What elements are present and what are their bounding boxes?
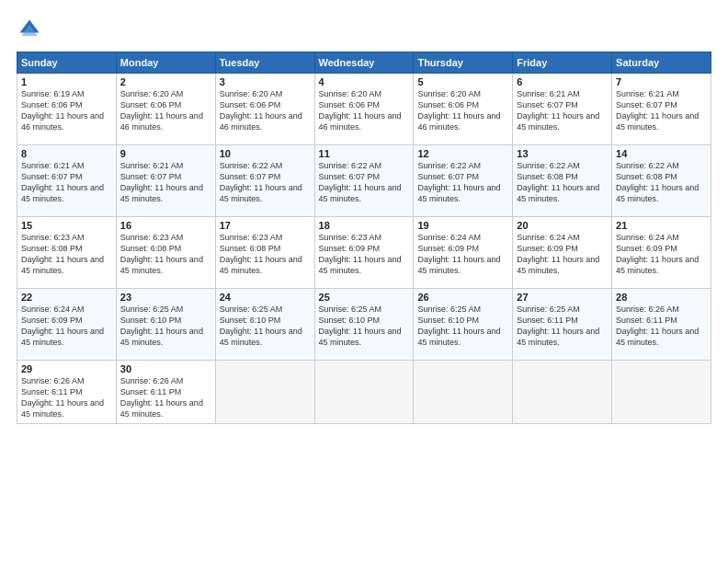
day-info: Sunrise: 6:24 AMSunset: 6:09 PMDaylight:… <box>616 233 699 275</box>
day-number: 22 <box>21 292 112 303</box>
day-number: 14 <box>616 148 707 159</box>
calendar-cell: 2 Sunrise: 6:20 AMSunset: 6:06 PMDayligh… <box>116 74 215 145</box>
calendar-week-1: 1 Sunrise: 6:19 AMSunset: 6:06 PMDayligh… <box>17 74 711 145</box>
calendar-week-4: 22 Sunrise: 6:24 AMSunset: 6:09 PMDaylig… <box>17 289 711 361</box>
day-number: 16 <box>120 220 211 231</box>
day-number: 7 <box>616 76 707 87</box>
day-number: 13 <box>517 148 608 159</box>
calendar-cell: 15 Sunrise: 6:23 AMSunset: 6:08 PMDaylig… <box>17 217 117 289</box>
calendar-cell: 9 Sunrise: 6:21 AMSunset: 6:07 PMDayligh… <box>116 145 215 217</box>
logo-icon <box>17 17 42 42</box>
calendar-header-saturday: Saturday <box>612 52 711 74</box>
day-number: 2 <box>120 76 211 87</box>
calendar-cell: 20 Sunrise: 6:24 AMSunset: 6:09 PMDaylig… <box>513 217 612 289</box>
page: SundayMondayTuesdayWednesdayThursdayFrid… <box>0 0 728 563</box>
calendar-header-friday: Friday <box>513 52 612 74</box>
calendar-cell: 17 Sunrise: 6:23 AMSunset: 6:08 PMDaylig… <box>215 217 314 289</box>
day-info: Sunrise: 6:23 AMSunset: 6:08 PMDaylight:… <box>120 233 203 275</box>
day-number: 21 <box>616 220 707 231</box>
day-info: Sunrise: 6:21 AMSunset: 6:07 PMDaylight:… <box>616 89 699 132</box>
calendar-cell: 1 Sunrise: 6:19 AMSunset: 6:06 PMDayligh… <box>17 74 117 145</box>
day-number: 23 <box>120 292 211 303</box>
calendar-cell: 18 Sunrise: 6:23 AMSunset: 6:09 PMDaylig… <box>314 217 414 289</box>
day-number: 4 <box>319 76 410 87</box>
calendar-cell: 13 Sunrise: 6:22 AMSunset: 6:08 PMDaylig… <box>513 145 612 217</box>
calendar-header-row: SundayMondayTuesdayWednesdayThursdayFrid… <box>17 52 711 74</box>
calendar-week-2: 8 Sunrise: 6:21 AMSunset: 6:07 PMDayligh… <box>17 145 711 217</box>
day-info: Sunrise: 6:22 AMSunset: 6:07 PMDaylight:… <box>417 161 500 203</box>
calendar-cell: 6 Sunrise: 6:21 AMSunset: 6:07 PMDayligh… <box>513 74 612 145</box>
calendar-cell: 29 Sunrise: 6:26 AMSunset: 6:11 PMDaylig… <box>17 361 117 424</box>
day-number: 30 <box>120 363 211 374</box>
calendar-cell: 3 Sunrise: 6:20 AMSunset: 6:06 PMDayligh… <box>215 74 314 145</box>
day-info: Sunrise: 6:22 AMSunset: 6:07 PMDaylight:… <box>220 161 302 203</box>
day-info: Sunrise: 6:20 AMSunset: 6:06 PMDaylight:… <box>220 89 302 132</box>
day-number: 26 <box>417 292 508 303</box>
calendar-cell: 21 Sunrise: 6:24 AMSunset: 6:09 PMDaylig… <box>612 217 711 289</box>
day-info: Sunrise: 6:22 AMSunset: 6:07 PMDaylight:… <box>319 161 402 203</box>
day-info: Sunrise: 6:20 AMSunset: 6:06 PMDaylight:… <box>120 89 203 132</box>
calendar-header-sunday: Sunday <box>17 52 117 74</box>
day-info: Sunrise: 6:20 AMSunset: 6:06 PMDaylight:… <box>319 89 402 132</box>
calendar-cell: 23 Sunrise: 6:25 AMSunset: 6:10 PMDaylig… <box>116 289 215 361</box>
day-info: Sunrise: 6:26 AMSunset: 6:11 PMDaylight:… <box>616 304 699 347</box>
day-number: 24 <box>220 292 311 303</box>
calendar-week-5: 29 Sunrise: 6:26 AMSunset: 6:11 PMDaylig… <box>17 361 711 424</box>
calendar-cell <box>513 361 612 424</box>
day-info: Sunrise: 6:25 AMSunset: 6:11 PMDaylight:… <box>517 304 599 347</box>
calendar-cell <box>215 361 314 424</box>
calendar-cell <box>612 361 711 424</box>
day-number: 20 <box>517 220 608 231</box>
day-info: Sunrise: 6:21 AMSunset: 6:07 PMDaylight:… <box>21 161 104 203</box>
day-number: 27 <box>517 292 608 303</box>
calendar-cell: 26 Sunrise: 6:25 AMSunset: 6:10 PMDaylig… <box>414 289 513 361</box>
calendar-cell <box>314 361 414 424</box>
day-info: Sunrise: 6:25 AMSunset: 6:10 PMDaylight:… <box>319 304 402 347</box>
calendar-cell: 11 Sunrise: 6:22 AMSunset: 6:07 PMDaylig… <box>314 145 414 217</box>
header <box>17 17 711 42</box>
day-info: Sunrise: 6:25 AMSunset: 6:10 PMDaylight:… <box>120 304 203 347</box>
day-number: 29 <box>21 363 112 374</box>
day-info: Sunrise: 6:23 AMSunset: 6:08 PMDaylight:… <box>220 233 302 275</box>
day-number: 1 <box>21 76 112 87</box>
calendar-week-3: 15 Sunrise: 6:23 AMSunset: 6:08 PMDaylig… <box>17 217 711 289</box>
calendar-cell: 28 Sunrise: 6:26 AMSunset: 6:11 PMDaylig… <box>612 289 711 361</box>
day-info: Sunrise: 6:24 AMSunset: 6:09 PMDaylight:… <box>417 233 500 275</box>
calendar-cell: 12 Sunrise: 6:22 AMSunset: 6:07 PMDaylig… <box>414 145 513 217</box>
day-number: 9 <box>120 148 211 159</box>
calendar-header-wednesday: Wednesday <box>314 52 414 74</box>
calendar-header-tuesday: Tuesday <box>215 52 314 74</box>
day-info: Sunrise: 6:24 AMSunset: 6:09 PMDaylight:… <box>21 304 104 347</box>
day-info: Sunrise: 6:25 AMSunset: 6:10 PMDaylight:… <box>220 304 302 347</box>
calendar-cell: 30 Sunrise: 6:26 AMSunset: 6:11 PMDaylig… <box>116 361 215 424</box>
day-info: Sunrise: 6:24 AMSunset: 6:09 PMDaylight:… <box>517 233 599 275</box>
calendar-cell: 8 Sunrise: 6:21 AMSunset: 6:07 PMDayligh… <box>17 145 117 217</box>
calendar-cell: 22 Sunrise: 6:24 AMSunset: 6:09 PMDaylig… <box>17 289 117 361</box>
day-info: Sunrise: 6:21 AMSunset: 6:07 PMDaylight:… <box>120 161 203 203</box>
day-number: 28 <box>616 292 707 303</box>
calendar-cell: 24 Sunrise: 6:25 AMSunset: 6:10 PMDaylig… <box>215 289 314 361</box>
day-info: Sunrise: 6:23 AMSunset: 6:09 PMDaylight:… <box>319 233 402 275</box>
day-number: 10 <box>220 148 311 159</box>
day-number: 12 <box>417 148 508 159</box>
day-info: Sunrise: 6:26 AMSunset: 6:11 PMDaylight:… <box>120 376 203 419</box>
logo <box>17 17 46 42</box>
day-info: Sunrise: 6:26 AMSunset: 6:11 PMDaylight:… <box>21 376 104 419</box>
day-info: Sunrise: 6:20 AMSunset: 6:06 PMDaylight:… <box>417 89 500 132</box>
day-info: Sunrise: 6:22 AMSunset: 6:08 PMDaylight:… <box>616 161 699 203</box>
day-number: 17 <box>220 220 311 231</box>
day-number: 19 <box>417 220 508 231</box>
day-number: 11 <box>319 148 410 159</box>
day-number: 25 <box>319 292 410 303</box>
calendar-cell: 10 Sunrise: 6:22 AMSunset: 6:07 PMDaylig… <box>215 145 314 217</box>
day-number: 3 <box>220 76 311 87</box>
calendar: SundayMondayTuesdayWednesdayThursdayFrid… <box>17 52 711 424</box>
calendar-cell: 19 Sunrise: 6:24 AMSunset: 6:09 PMDaylig… <box>414 217 513 289</box>
calendar-cell: 25 Sunrise: 6:25 AMSunset: 6:10 PMDaylig… <box>314 289 414 361</box>
calendar-header-monday: Monday <box>116 52 215 74</box>
calendar-cell: 4 Sunrise: 6:20 AMSunset: 6:06 PMDayligh… <box>314 74 414 145</box>
day-number: 6 <box>517 76 608 87</box>
day-number: 8 <box>21 148 112 159</box>
day-number: 15 <box>21 220 112 231</box>
day-info: Sunrise: 6:22 AMSunset: 6:08 PMDaylight:… <box>517 161 599 203</box>
